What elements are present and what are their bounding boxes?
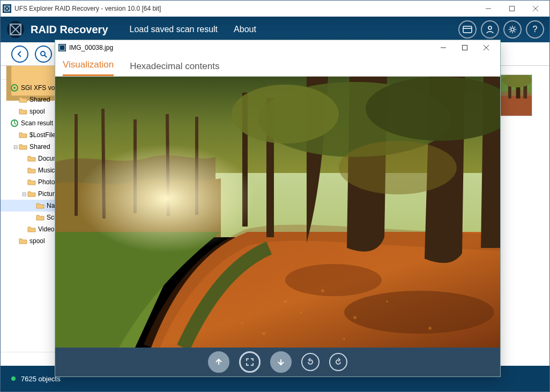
main-title: UFS Explorer RAID Recovery - version 10.… [14,5,477,12]
back-button[interactable] [11,46,28,63]
svg-point-8 [13,87,16,89]
app-logo-large-icon [6,20,25,39]
preview-tabs: Visualization Hexadecimal contents [55,55,500,77]
preview-titlebar: IMG_00038.jpg [55,40,500,55]
folder-icon [19,107,29,116]
main-titlebar: UFS Explorer RAID Recovery - version 10.… [1,1,549,17]
folder-icon [19,237,29,245]
preview-close-button[interactable] [475,40,497,55]
status-dot-icon [11,376,16,381]
folder-icon [27,166,38,175]
app-logo-icon [58,44,66,51]
svg-rect-17 [463,46,467,50]
svg-point-42 [343,338,345,340]
twisty-icon[interactable]: ⊟ [21,191,27,197]
twisty-icon[interactable]: ⊟ [12,144,19,150]
folder-icon [27,154,38,163]
tree-label: Music [38,167,55,174]
preview-title: IMG_00038.jpg [69,44,433,51]
folder-icon [19,131,29,139]
tree-label: spool [29,108,45,115]
svg-point-35 [300,311,302,313]
close-button[interactable] [524,1,547,17]
card-icon [463,26,472,33]
menu-load-saved[interactable]: Load saved scan result [130,25,218,34]
svg-point-5 [511,28,514,31]
folder-icon [36,213,47,222]
gear-icon [508,25,517,34]
svg-point-40 [241,322,243,324]
scan-icon [10,119,21,127]
preview-maximize-button[interactable] [454,40,475,55]
question-icon: ? [533,25,538,34]
arrow-down-icon [277,358,285,366]
arrow-left-icon [16,50,24,58]
reports-button[interactable] [458,20,477,39]
rotate-left-icon [306,358,315,366]
preview-window: IMG_00038.jpg Visualization Hexadecimal … [55,40,501,377]
preview-toolbar [55,348,500,376]
user-icon [486,25,494,34]
settings-button[interactable] [503,20,522,39]
preview-image [55,77,500,348]
svg-rect-33 [55,77,500,348]
folder-icon [36,201,47,210]
tree-label: Shared [29,143,50,150]
tab-visualization[interactable]: Visualization [63,55,114,76]
preview-image-area [55,77,500,348]
main-header: RAID Recovery Load saved scan result Abo… [1,17,549,42]
svg-point-39 [428,327,432,330]
svg-point-4 [488,26,492,29]
app-logo-icon [3,4,11,13]
header-title: RAID Recovery [31,24,108,36]
svg-point-38 [386,300,388,303]
menu-about[interactable]: About [234,25,256,34]
folder-icon [27,178,38,186]
svg-rect-1 [510,6,515,11]
tab-hexadecimal[interactable]: Hexadecimal contents [130,57,219,76]
svg-point-36 [321,289,324,292]
preview-fullscreen-button[interactable] [239,351,261,373]
rotate-right-icon [334,358,343,366]
help-button[interactable]: ? [526,20,544,39]
preview-next-button[interactable] [270,351,292,373]
minimize-button[interactable] [477,1,500,17]
preview-rotate-right-button[interactable] [329,353,347,371]
preview-rotate-left-button[interactable] [301,353,319,371]
tree-label: spool [29,237,45,245]
folder-icon [27,190,38,198]
preview-prev-button[interactable] [208,351,229,373]
svg-point-34 [284,300,287,303]
svg-rect-3 [463,26,472,33]
tree-label: Shared [29,96,50,103]
folder-icon [19,142,29,151]
search-icon [40,50,47,58]
folder-icon [27,225,38,233]
expand-icon [246,358,254,366]
folder-icon [19,95,29,104]
svg-point-37 [353,316,356,319]
search-button[interactable] [35,46,52,63]
arrow-up-icon [214,358,223,366]
preview-minimize-button[interactable] [433,40,454,55]
account-button[interactable] [481,20,499,39]
volume-icon [10,84,21,92]
maximize-button[interactable] [500,1,524,17]
svg-point-6 [41,51,45,56]
svg-point-41 [262,332,265,335]
